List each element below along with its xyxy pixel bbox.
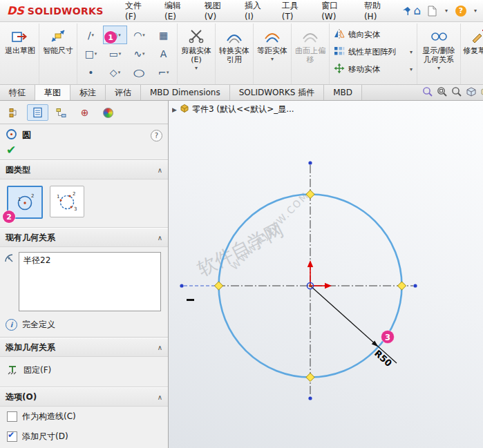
text-tool-button[interactable]: A	[151, 44, 176, 63]
tab-sketch[interactable]: 草图	[35, 85, 70, 100]
perimeter-circle-button[interactable]: 123	[50, 186, 84, 217]
menu-view[interactable]: 视图(V)	[198, 0, 238, 21]
dropdown-caret-icon[interactable]: ▾	[118, 70, 121, 75]
fix-relation-button[interactable]: 固定(F)	[0, 357, 168, 387]
section-add-relations[interactable]: 添加几何关系 ∧	[0, 338, 168, 357]
rectangle-tool-button[interactable]: □▾	[79, 44, 103, 63]
section-existing-relations[interactable]: 现有几何关系 ∧	[0, 228, 168, 247]
pin-menu-icon[interactable]	[402, 6, 411, 16]
new-document-caret-icon[interactable]: ▾	[440, 3, 453, 19]
mirror-entities-button[interactable]: 镜向实体	[331, 28, 415, 42]
dropdown-caret-icon[interactable]: ▾	[118, 32, 121, 38]
dropdown-caret-icon[interactable]: ▾	[95, 51, 97, 57]
menu-window[interactable]: 窗口(W)	[315, 0, 358, 21]
section-options[interactable]: 选项(O) ∧	[0, 387, 168, 407]
tab-features[interactable]: 特征	[0, 85, 35, 100]
arc-tool-button[interactable]: ◠▾	[127, 26, 151, 44]
point-tool-button[interactable]: •	[79, 63, 103, 81]
linear-sketch-pattern-button[interactable]: 线性草图阵列 ▾	[331, 45, 415, 59]
dropdown-caret-icon[interactable]: ▾	[142, 51, 145, 57]
tab-solidworks-addins[interactable]: SOLIDWORKS 插件	[230, 85, 324, 100]
radius-dimension[interactable]: R50	[310, 286, 397, 369]
zoom-area-icon[interactable]	[437, 86, 448, 99]
checkbox-1[interactable]	[7, 431, 17, 442]
surface-offset-button[interactable]: 曲面上偏移	[293, 24, 328, 64]
tree-collapse-icon[interactable]: ▶	[172, 106, 177, 113]
help-icon[interactable]: ?	[455, 3, 467, 19]
collapse-chevron-icon[interactable]: ∧	[158, 393, 162, 401]
quadrant-marker-left[interactable]	[214, 282, 222, 290]
zoom-fit-icon[interactable]	[422, 86, 433, 99]
exit-sketch-button[interactable]: 退出草图	[3, 24, 37, 55]
centerline-endpoint[interactable]	[180, 284, 183, 287]
dropdown-caret-icon[interactable]: ▾	[437, 65, 440, 71]
home-icon[interactable]: ⌂	[411, 3, 424, 19]
relations-listbox[interactable]: 半径22	[19, 252, 161, 311]
sketch-pattern-tool-button[interactable]: ▦	[151, 26, 176, 44]
dropdown-caret-icon[interactable]: ▾	[142, 32, 145, 38]
main-area: ⊕ 圆 ? ✔ 圆类型 ∧ 12 2	[0, 101, 483, 448]
menu-insert[interactable]: 插入(I)	[238, 0, 276, 21]
pm-help-icon[interactable]: ?	[151, 130, 162, 142]
tab-configuration-manager[interactable]	[50, 104, 72, 121]
option-row-add-dimension[interactable]: 添加尺寸(D)	[0, 427, 168, 447]
centerline-endpoint[interactable]	[308, 161, 312, 164]
circle-tool-button[interactable]: ○▾1	[103, 26, 127, 44]
sketch-origin[interactable]	[307, 260, 332, 289]
tab-dimxpert-manager[interactable]: ⊕	[74, 104, 95, 121]
tab-mbd[interactable]: MBD	[324, 85, 362, 100]
tab-feature-manager[interactable]	[3, 104, 25, 121]
graphics-area[interactable]: ▶ 零件3 (默认<<默认>_显... 软件自学网 WWW.RJZXW.COM	[169, 101, 483, 448]
checkbox-0[interactable]	[7, 411, 17, 422]
previous-view-icon[interactable]	[451, 86, 462, 99]
offset-entities-button[interactable]: 等距实体 ▾	[255, 24, 290, 62]
ellipse-tool-button[interactable]: ○	[127, 63, 151, 81]
collapse-chevron-icon[interactable]: ∧	[158, 166, 162, 174]
section-circle-type[interactable]: 圆类型 ∧	[0, 160, 168, 179]
line-tool-button[interactable]: /▾	[79, 26, 103, 44]
dropdown-caret-icon[interactable]: ▾	[410, 66, 413, 72]
fillet-tool-button[interactable]: ⌐▾	[151, 63, 176, 81]
section-view-icon[interactable]	[466, 86, 477, 99]
move-entities-button[interactable]: 移动实体 ▾	[331, 62, 415, 77]
collapse-chevron-icon[interactable]: ∧	[158, 344, 162, 351]
menu-file[interactable]: 文件(F)	[119, 0, 158, 21]
polygon-tool-button[interactable]: ◇▾	[103, 63, 127, 81]
smart-dimension-button[interactable]: 智能尺寸	[41, 24, 75, 55]
new-document-icon[interactable]	[426, 3, 438, 19]
display-delete-relations-button[interactable]: 显示/删除几何关系 ▾	[419, 24, 459, 71]
tab-display-manager[interactable]	[97, 104, 119, 121]
menu-help[interactable]: 帮助(H)	[358, 0, 399, 21]
circle-by-center-button[interactable]: 12 2	[7, 186, 43, 219]
help-caret-icon[interactable]: ▾	[469, 3, 482, 19]
spline-tool-button[interactable]: ∿▾	[127, 44, 151, 63]
view-orientation-icon[interactable]	[480, 86, 483, 99]
option-row-construction[interactable]: 作为构造线(C)	[0, 407, 168, 427]
slot-tool-button[interactable]: ▭▾	[103, 44, 127, 63]
ok-button[interactable]: ✔	[6, 143, 16, 157]
trim-entities-button[interactable]: 剪裁实体(E) ▾	[179, 24, 214, 71]
dropdown-caret-icon[interactable]: ▾	[195, 65, 198, 71]
repair-sketch-button[interactable]: 修复草图	[462, 24, 483, 55]
dropdown-caret-icon[interactable]: ▾	[271, 56, 274, 62]
tab-mbd-dimensions[interactable]: MBD Dimensions	[141, 85, 230, 100]
tab-evaluate[interactable]: 评估	[106, 85, 141, 100]
convert-entities-button[interactable]: 转换实体引用	[217, 24, 252, 64]
relation-item-radius[interactable]: 半径22	[22, 254, 158, 267]
sketch-viewport[interactable]: 软件自学网 WWW.RJZXW.COM	[169, 101, 483, 448]
dropdown-caret-icon[interactable]: ▾	[92, 32, 95, 38]
menu-tools[interactable]: 工具(T)	[276, 0, 315, 21]
mirror-entities-label: 镜向实体	[348, 30, 380, 40]
centerline-endpoint[interactable]	[413, 284, 417, 287]
dropdown-caret-icon[interactable]: ▾	[119, 51, 122, 57]
dropdown-caret-icon[interactable]: ▾	[167, 70, 169, 75]
quadrant-marker-bottom[interactable]	[306, 373, 314, 381]
collapse-chevron-icon[interactable]: ∧	[158, 234, 162, 242]
centerline-endpoint[interactable]	[308, 396, 312, 400]
tab-annotate[interactable]: 标注	[70, 85, 106, 100]
quadrant-marker-right[interactable]	[397, 282, 406, 290]
dropdown-caret-icon[interactable]: ▾	[410, 49, 413, 55]
feature-tree-header[interactable]: ▶ 零件3 (默认<<默认>_显...	[172, 104, 294, 115]
menu-edit[interactable]: 编辑(E)	[158, 0, 198, 21]
tab-property-manager[interactable]	[27, 104, 48, 121]
